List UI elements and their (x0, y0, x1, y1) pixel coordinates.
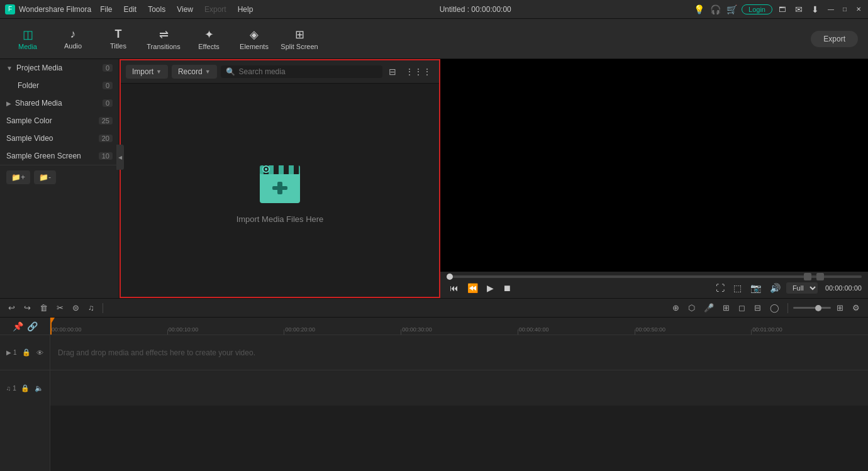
titles-icon: T (115, 28, 122, 41)
media-toolbar: Import ▼ Record ▼ 🔍 ⊟ ⋮⋮⋮ (121, 60, 439, 84)
import-button[interactable]: Import ▼ (126, 65, 168, 79)
ruler-tick-3 (401, 330, 401, 335)
loop-button[interactable]: ◯ (767, 301, 782, 314)
video-track-control: ▶ 1 🔒 👁 (0, 335, 50, 370)
pin-button[interactable]: 📌 (13, 321, 23, 331)
restore-icon[interactable]: 🗔 (776, 3, 789, 16)
toolbar-audio[interactable]: ♪ Audio (50, 21, 96, 57)
add-track-button[interactable]: ⊞ (833, 301, 847, 314)
play-button[interactable]: ▶ (484, 282, 497, 294)
undo-button[interactable]: ↩ (5, 301, 18, 314)
panel-collapse-button[interactable]: ◀ (116, 145, 120, 170)
snapshot-button[interactable]: 📷 (747, 282, 764, 294)
headset-icon[interactable]: 🎧 (709, 3, 721, 16)
record-button[interactable]: Record ▼ (172, 65, 217, 79)
redo-button[interactable]: ↪ (21, 301, 34, 314)
pip-button[interactable]: ⬚ (730, 282, 745, 294)
cart-icon[interactable]: 🛒 (725, 3, 738, 16)
add-folder-area: 📁+ 📁- (0, 165, 119, 189)
seek-range-right[interactable] (816, 273, 824, 280)
login-button[interactable]: Login (742, 4, 772, 14)
svg-point-9 (265, 168, 267, 170)
audio-icon: ♪ (70, 28, 76, 41)
step-back-button[interactable]: ⏮ (447, 282, 462, 294)
export-button[interactable]: Export (811, 31, 858, 47)
import-label: Import (132, 67, 153, 76)
media-content: Import Media Files Here (121, 84, 439, 297)
video-eye-icon[interactable]: 👁 (36, 349, 43, 357)
drag-drop-text: Drag and drop media and effects here to … (58, 348, 255, 357)
svg-rect-4 (284, 165, 289, 174)
stop-button[interactable]: ⏹ (499, 282, 515, 294)
toolbar-media[interactable]: ◫ Media (5, 21, 50, 57)
motion-track-button[interactable]: ⬡ (685, 301, 698, 314)
notification-icon[interactable]: 💡 (693, 3, 705, 16)
audio-lock-icon[interactable]: 🔒 (21, 384, 30, 392)
zoom-select[interactable]: Full (786, 282, 818, 294)
playhead[interactable] (50, 318, 52, 335)
panel-project-media[interactable]: ▼ Project Media 0 (0, 59, 119, 77)
preview-controls: ⏮ ⏪ ▶ ⏹ ⛶ ⬚ 📷 🔊 Full 00:00:00:00 (440, 272, 868, 298)
toolbar-transitions[interactable]: ⇌ Transitions (141, 21, 186, 57)
timeline-area: ↩ ↪ 🗑 ✂ ⊜ ♫ ⊕ ⬡ 🎤 ⊞ ◻ ⊟ ◯ ⊞ ⚙ 📌 🔗 ▶ 1 (0, 298, 868, 471)
video-track-content: Drag and drop media and effects here to … (50, 335, 868, 370)
toolbar-effects[interactable]: ✦ Effects (186, 21, 231, 57)
sticker-button[interactable]: ◻ (735, 301, 748, 314)
toolbar-titles[interactable]: T Titles (96, 21, 141, 57)
maximize-button[interactable]: □ (840, 5, 849, 14)
audio-detach-button[interactable]: ♫ (85, 301, 97, 314)
menu-tools[interactable]: Tools (143, 5, 170, 14)
seek-range-left[interactable] (804, 273, 811, 280)
mail-icon[interactable]: ✉ (793, 3, 805, 16)
volume-button[interactable]: 🔊 (767, 282, 784, 294)
media-panel: Import ▼ Record ▼ 🔍 ⊟ ⋮⋮⋮ (120, 59, 440, 298)
fullscreen-preview-button[interactable]: ⛶ (713, 282, 728, 294)
toolbar-separator-2 (787, 303, 788, 313)
search-input[interactable] (239, 67, 377, 76)
panel-sample-video[interactable]: Sample Video 20 (0, 130, 119, 147)
panel-sample-green-screen[interactable]: Sample Green Screen 10 (0, 147, 119, 165)
delete-button[interactable]: 🗑 (36, 301, 51, 314)
panel-sample-color[interactable]: Sample Color 25 (0, 112, 119, 130)
link-button[interactable]: 🔗 (27, 321, 38, 331)
menu-edit[interactable]: Edit (119, 5, 142, 14)
view-options-icon[interactable]: ⋮⋮⋮ (403, 64, 434, 79)
track-controls: 📌 🔗 ▶ 1 🔒 👁 ♫ 1 🔒 🔈 (0, 318, 50, 471)
panel-folder[interactable]: Folder 0 (0, 77, 119, 94)
ruler-label-6: 00:01:00:00 (752, 326, 782, 333)
toolbar-splitscreen[interactable]: ⊞ Split Screen (277, 21, 322, 57)
volume-slider[interactable] (793, 307, 831, 309)
folder-count: 0 (103, 82, 113, 89)
media-icon: ◫ (23, 28, 33, 42)
settings-button[interactable]: ⚙ (849, 301, 863, 314)
cut-button[interactable]: ✂ (53, 301, 67, 314)
snap-button[interactable]: ⊕ (669, 301, 682, 314)
toolbar-elements[interactable]: ◈ Elements (231, 21, 277, 57)
copy-button[interactable]: ⊜ (69, 301, 82, 314)
close-button[interactable]: ✕ (854, 5, 863, 14)
sample-color-count: 25 (99, 117, 113, 125)
menu-view[interactable]: View (172, 5, 198, 14)
preview-seek-bar[interactable] (447, 275, 862, 278)
titlebar: F Wondershare Filmora File Edit Tools Vi… (0, 0, 868, 19)
ruler-label-3: 00:00:30:00 (402, 326, 432, 333)
menu-file[interactable]: File (95, 5, 117, 14)
minimize-button[interactable]: — (826, 5, 835, 14)
sample-green-screen-count: 10 (99, 152, 113, 160)
filter-icon[interactable]: ⊟ (386, 64, 399, 79)
ruler-labels: 00:00:00:0000:00:10:0000:00:20:0000:00:3… (50, 318, 868, 335)
timeline-ruler[interactable]: 00:00:00:0000:00:10:0000:00:20:0000:00:3… (50, 318, 868, 335)
menu-export[interactable]: Export (199, 5, 231, 14)
preview-screen (440, 59, 868, 272)
download-icon[interactable]: ⬇ (809, 3, 821, 16)
menu-help[interactable]: Help (233, 5, 259, 14)
frame-back-button[interactable]: ⏪ (464, 282, 481, 294)
video-lock-icon[interactable]: 🔒 (22, 348, 31, 357)
audio-stretch-button[interactable]: 🎤 (701, 301, 717, 314)
audio-mute-icon[interactable]: 🔈 (35, 384, 43, 392)
add-folder-button[interactable]: 📁+ (6, 170, 30, 184)
crop-button[interactable]: ⊟ (751, 301, 764, 314)
add-marker-button[interactable]: ⊞ (720, 301, 733, 314)
panel-shared-media[interactable]: ▶ Shared Media 0 (0, 94, 119, 112)
remove-folder-button[interactable]: 📁- (34, 170, 56, 184)
